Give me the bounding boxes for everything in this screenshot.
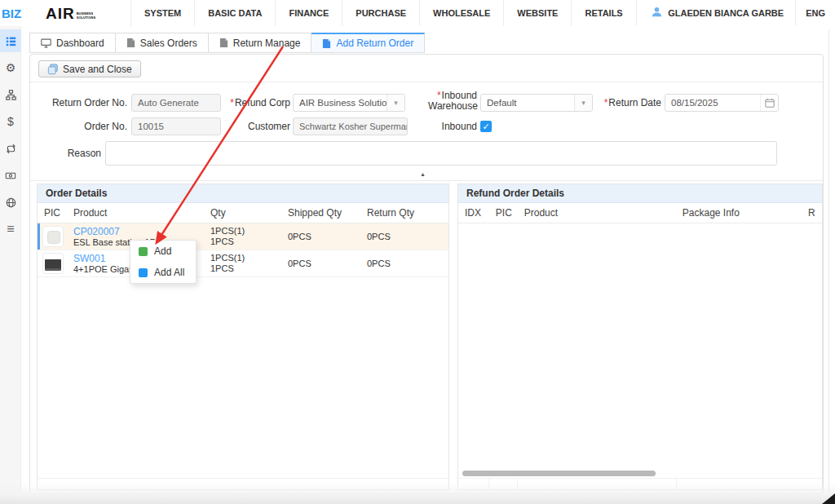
- save-and-close-button[interactable]: Save and Close: [38, 60, 141, 77]
- shipped-qty-value: 0PCS: [281, 259, 360, 268]
- user-name: GLAEDEN BIANCA GARBE: [668, 8, 784, 18]
- sidebar-item-orders[interactable]: [0, 29, 21, 52]
- qty-value: 1PCS: [210, 237, 281, 247]
- sidebar-item-transfer[interactable]: [0, 137, 21, 160]
- chevron-down-icon: ▾: [387, 95, 404, 111]
- tab-bar: Dashboard Sales Orders Return Manage Add…: [29, 33, 425, 53]
- menu-item-website[interactable]: WEBSITE: [503, 0, 571, 26]
- column-header-product: Product: [67, 207, 204, 219]
- refund-corp-select[interactable]: AIR Business Solutions L... ▾: [293, 94, 405, 112]
- add-return-order-card: Save and Close Return Order No. Auto Gen…: [29, 54, 824, 494]
- collapse-form-toggle[interactable]: ▲: [420, 171, 426, 177]
- order-details-footer: [38, 478, 448, 490]
- dollar-icon: $: [7, 115, 14, 128]
- tab-add-return-order[interactable]: Add Return Order: [311, 33, 425, 53]
- save-copy-icon: [47, 64, 59, 75]
- file-icon: [322, 38, 331, 49]
- gear-icon: ⚙: [6, 61, 16, 74]
- menu-item-basic-data[interactable]: BASIC DATA: [194, 0, 275, 26]
- tab-return-manage[interactable]: Return Manage: [209, 33, 312, 53]
- column-header-pic: PIC: [489, 207, 518, 219]
- return-date-input[interactable]: 08/15/2025: [665, 94, 779, 112]
- sidebar-item-cash[interactable]: [0, 164, 21, 187]
- list-icon: [6, 36, 16, 46]
- customer-input[interactable]: Schwartz Kosher Supermarket: [293, 117, 408, 135]
- brand-biz: BIZ: [0, 7, 29, 20]
- sidebar-item-web[interactable]: [0, 191, 21, 214]
- menu-item-wholesale[interactable]: WHOLESALE: [419, 0, 503, 26]
- product-image-esl-base-station: [42, 226, 64, 247]
- inbound-warehouse-select[interactable]: Default ▾: [480, 94, 593, 112]
- air-logo-subtext: BUSINESS SOLUTIONS: [77, 11, 95, 20]
- column-header-package-info: Package Info: [676, 207, 802, 219]
- product-image-poe-switch: [42, 253, 64, 274]
- refund-corp-label: *Refund Corp: [214, 94, 290, 112]
- order-row-sw001[interactable]: SW001 4+1POE Gigabit s 1PCS(1) 1PCS 0PCS…: [38, 250, 448, 277]
- form-divider: [30, 180, 823, 181]
- banknote-icon: [5, 170, 16, 181]
- return-date-label: *Return Date: [596, 94, 661, 112]
- inbound-warehouse-label: *Inbound Warehouse: [428, 91, 477, 112]
- order-details-title: Order Details: [38, 184, 448, 203]
- menu-item-finance[interactable]: FINANCE: [275, 0, 342, 26]
- row-context-menu: Add Add All: [130, 240, 197, 284]
- menu-item-purchase[interactable]: PURCHASE: [342, 0, 419, 26]
- app-screen: BIZ AIR BUSINESS SOLUTIONS SYSTEM BASIC …: [0, 0, 835, 504]
- sidebar-item-more[interactable]: ≡: [0, 218, 21, 241]
- top-bar: BIZ AIR BUSINESS SOLUTIONS SYSTEM BASIC …: [0, 0, 835, 26]
- left-sidebar: ⚙ $ ≡: [0, 26, 21, 504]
- order-details-header-row: PIC Product Qty Shipped Qty Return Qty: [38, 203, 448, 223]
- refund-details-header-row: IDX PIC Product Package Info R: [458, 203, 822, 223]
- qty-value: 1PCS: [210, 263, 281, 274]
- tab-sales-orders[interactable]: Sales Orders: [116, 33, 209, 53]
- column-header-idx: IDX: [458, 207, 489, 219]
- column-header-pic: PIC: [38, 207, 67, 219]
- air-logo-text: AIR: [46, 6, 75, 21]
- reason-label: Reason: [33, 144, 101, 162]
- reason-input[interactable]: [105, 141, 777, 166]
- repeat-icon: [6, 144, 16, 154]
- air-logo: AIR BUSINESS SOLUTIONS: [46, 6, 117, 21]
- qty-value: 1PCS(1): [210, 226, 281, 237]
- column-header-shipped-qty: Shipped Qty: [281, 207, 360, 219]
- sidebar-item-settings[interactable]: ⚙: [0, 56, 21, 79]
- refund-order-details-title: Refund Order Details: [458, 184, 822, 203]
- add-icon: [139, 247, 148, 256]
- column-header-return-qty: Return Qty: [360, 207, 440, 219]
- sidebar-item-organization[interactable]: [0, 83, 21, 106]
- order-row-cp020007[interactable]: CP020007 ESL Base station AP 1PCS(1) 1PC…: [38, 223, 448, 250]
- file-icon: [219, 38, 228, 48]
- main-menu: SYSTEM BASIC DATA FINANCE PURCHASE WHOLE…: [130, 0, 637, 26]
- refund-order-details-panel: Refund Order Details IDX PIC Product Pac…: [457, 183, 823, 490]
- chevron-down-icon: ▾: [574, 95, 592, 111]
- return-qty-value: 0PCS: [360, 232, 440, 241]
- product-code-link[interactable]: CP020007: [73, 226, 204, 237]
- user-area[interactable]: GLAEDEN BIANCA GARBE ENG: [651, 0, 835, 26]
- corner-artifact: [822, 493, 835, 504]
- sidebar-item-finance[interactable]: $: [0, 110, 21, 133]
- tab-dashboard[interactable]: Dashboard: [29, 33, 116, 53]
- order-details-panel: Order Details PIC Product Qty Shipped Qt…: [37, 183, 449, 490]
- inbound-label: Inbound: [428, 117, 477, 135]
- qty-value: 1PCS(1): [210, 253, 281, 263]
- language-selector[interactable]: ENG: [795, 0, 835, 26]
- file-icon: [126, 38, 135, 48]
- user-avatar-icon: [651, 6, 663, 21]
- page-scroll-edge: [828, 29, 829, 493]
- shipped-qty-value: 0PCS: [281, 232, 360, 241]
- return-order-no-input[interactable]: Auto Generate: [131, 94, 221, 112]
- monitor-icon: [41, 38, 51, 48]
- column-header-return: R: [802, 207, 822, 219]
- menu-item-system[interactable]: SYSTEM: [130, 0, 194, 26]
- inbound-checkbox[interactable]: ✓: [480, 121, 492, 132]
- calendar-icon: [760, 95, 778, 111]
- context-menu-add[interactable]: Add: [130, 241, 196, 262]
- context-menu-add-all[interactable]: Add All: [130, 262, 196, 283]
- horizontal-scrollbar[interactable]: [462, 471, 656, 476]
- order-no-label: Order No.: [33, 117, 127, 135]
- order-no-input[interactable]: 10015: [131, 117, 221, 135]
- menu-item-retails[interactable]: RETAILS: [571, 0, 636, 26]
- sitemap-icon: [6, 90, 16, 100]
- refund-details-footer: [458, 478, 822, 490]
- hamburger-icon: ≡: [7, 222, 14, 237]
